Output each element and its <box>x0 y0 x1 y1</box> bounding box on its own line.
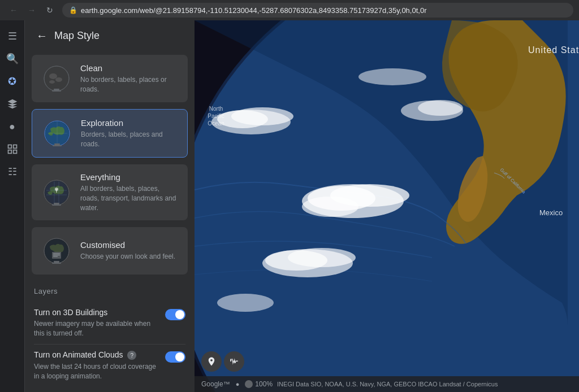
google-logo: Google™ <box>201 380 230 388</box>
earth-globe: United States North Pacific Ocean Mexico… <box>195 20 579 392</box>
layers-section: Layers Turn on 3D Buildings Newer imager… <box>25 278 195 391</box>
sidebar-icon-menu[interactable]: ☰ <box>2 26 23 46</box>
card-text-clean: Clean No borders, labels, places or road… <box>80 63 179 94</box>
svg-rect-24 <box>54 203 59 204</box>
svg-point-6 <box>49 73 57 79</box>
svg-text:Pacific: Pacific <box>208 113 224 119</box>
svg-rect-0 <box>8 145 11 149</box>
map-area[interactable]: United States North Pacific Ocean Mexico… <box>195 20 579 392</box>
svg-point-51 <box>358 68 426 85</box>
sidebar-icon-layers[interactable] <box>2 94 23 114</box>
style-card-clean[interactable]: Clean No borders, labels, places or road… <box>32 55 188 102</box>
sidebar-icon-grid[interactable]: ☷ <box>2 162 23 182</box>
waveform-button[interactable] <box>224 351 244 372</box>
buildings-knob <box>175 310 184 319</box>
card-title-everything: Everything <box>80 172 179 182</box>
svg-point-8 <box>49 80 55 84</box>
separator-dot: ● <box>236 381 240 387</box>
lock-icon: 🔒 <box>69 6 77 14</box>
svg-point-49 <box>288 248 356 267</box>
buildings-toggle[interactable] <box>165 309 185 320</box>
url-text: earth.google.com/web/@21.89158794,-110.5… <box>81 6 567 15</box>
svg-point-46 <box>418 100 463 116</box>
zoom-level: 100% <box>245 380 273 388</box>
svg-rect-33 <box>52 263 61 264</box>
card-title-clean: Clean <box>80 63 179 73</box>
attribution-text: INEGI Data SIO, NOAA, U.S. Navy, NGA, GE… <box>277 381 498 387</box>
svg-text:United States: United States <box>528 45 579 55</box>
buildings-slider <box>165 309 185 320</box>
browser-chrome: ← → ↻ 🔒 earth.google.com/web/@21.8915879… <box>0 0 579 20</box>
svg-rect-3 <box>13 150 16 154</box>
svg-text:Ocean: Ocean <box>208 120 224 127</box>
svg-rect-25 <box>52 204 61 206</box>
svg-rect-9 <box>54 89 59 90</box>
svg-point-41 <box>302 197 358 217</box>
layer-info-buildings: Turn on 3D Buildings Newer imagery may b… <box>34 308 158 338</box>
layer-row-clouds: Turn on Animated Clouds ? View the last … <box>34 350 185 381</box>
layer-row-buildings: Turn on 3D Buildings Newer imagery may b… <box>34 308 185 338</box>
layer-item-buildings: Turn on 3D Buildings Newer imagery may b… <box>34 302 185 345</box>
svg-text:North: North <box>209 106 223 112</box>
globe-clean-icon <box>41 63 72 94</box>
location-pin-button[interactable] <box>201 351 222 372</box>
svg-text:Mexico: Mexico <box>539 208 563 217</box>
card-desc-exploration: Borders, labels, places and roads. <box>81 130 178 149</box>
layer-title-clouds: Turn on Animated Clouds ? <box>34 350 158 360</box>
card-desc-everything: All borders, labels, places, roads, tran… <box>80 184 179 212</box>
svg-point-44 <box>231 107 293 125</box>
map-style-panel: ← Map Style Clean No bor <box>25 20 195 392</box>
map-bottom-bar: Google™ ● 100% INEGI Data SIO, NOAA, U.S… <box>195 376 579 392</box>
layer-info-clouds: Turn on Animated Clouds ? View the last … <box>34 350 158 381</box>
icon-sidebar: ☰ 🔍 ✪ ● ☷ <box>0 20 25 392</box>
svg-rect-15 <box>54 143 60 145</box>
svg-rect-32 <box>54 261 59 263</box>
map-float-buttons <box>201 351 244 372</box>
panel-header: ← Map Style <box>25 20 195 51</box>
card-desc-clean: No borders, labels, places or roads. <box>80 75 179 94</box>
svg-point-50 <box>217 294 274 312</box>
svg-rect-1 <box>13 145 16 149</box>
sidebar-icon-stack[interactable] <box>2 139 23 159</box>
svg-rect-16 <box>53 145 62 146</box>
layer-title-buildings: Turn on 3D Buildings <box>34 308 158 317</box>
app-container: ☰ 🔍 ✪ ● ☷ ← Map Style <box>0 20 579 392</box>
zoom-circle-icon <box>245 380 253 388</box>
reload-button[interactable]: ↻ <box>42 2 58 18</box>
clouds-toggle[interactable] <box>165 351 185 363</box>
zoom-text: 100% <box>255 380 273 388</box>
forward-button[interactable]: → <box>24 2 40 18</box>
card-text-exploration: Exploration Borders, labels, places and … <box>81 118 178 149</box>
globe-everything-icon <box>41 177 72 208</box>
card-title-exploration: Exploration <box>81 118 178 128</box>
card-text-everything: Everything All borders, labels, places, … <box>80 172 179 212</box>
clouds-knob <box>175 352 184 361</box>
style-card-customised[interactable]: Customised Choose your own look and feel… <box>32 227 188 275</box>
clouds-slider <box>165 351 185 363</box>
address-bar[interactable]: 🔒 earth.google.com/web/@21.89158794,-110… <box>62 3 573 18</box>
style-card-exploration[interactable]: Exploration Borders, labels, places and … <box>32 109 188 158</box>
back-button[interactable]: ← <box>6 2 21 18</box>
nav-buttons: ← → ↻ <box>6 2 58 18</box>
globe-customised-icon <box>41 235 72 267</box>
card-desc-customised: Choose your own look and feel. <box>80 252 179 262</box>
layer-item-clouds: Turn on Animated Clouds ? View the last … <box>34 345 185 387</box>
sidebar-icon-star[interactable]: ✪ <box>2 71 23 92</box>
panel-title: Map Style <box>54 30 100 42</box>
panel-back-button[interactable]: ← <box>34 27 50 45</box>
layer-desc-clouds: View the last 24 hours of cloud coverage… <box>34 362 158 381</box>
clouds-help-icon[interactable]: ? <box>127 351 136 360</box>
svg-rect-2 <box>8 150 11 154</box>
card-title-customised: Customised <box>80 240 179 250</box>
globe-exploration-icon <box>41 117 73 149</box>
layer-desc-buildings: Newer imagery may be available when this… <box>34 319 158 338</box>
card-text-customised: Customised Choose your own look and feel… <box>80 240 179 262</box>
layers-title: Layers <box>34 287 185 295</box>
style-card-everything[interactable]: Everything All borders, labels, places, … <box>32 164 188 220</box>
sidebar-icon-location[interactable]: ● <box>2 116 23 137</box>
sidebar-icon-search[interactable]: 🔍 <box>2 49 23 69</box>
svg-rect-10 <box>52 90 61 92</box>
svg-point-7 <box>55 77 62 82</box>
